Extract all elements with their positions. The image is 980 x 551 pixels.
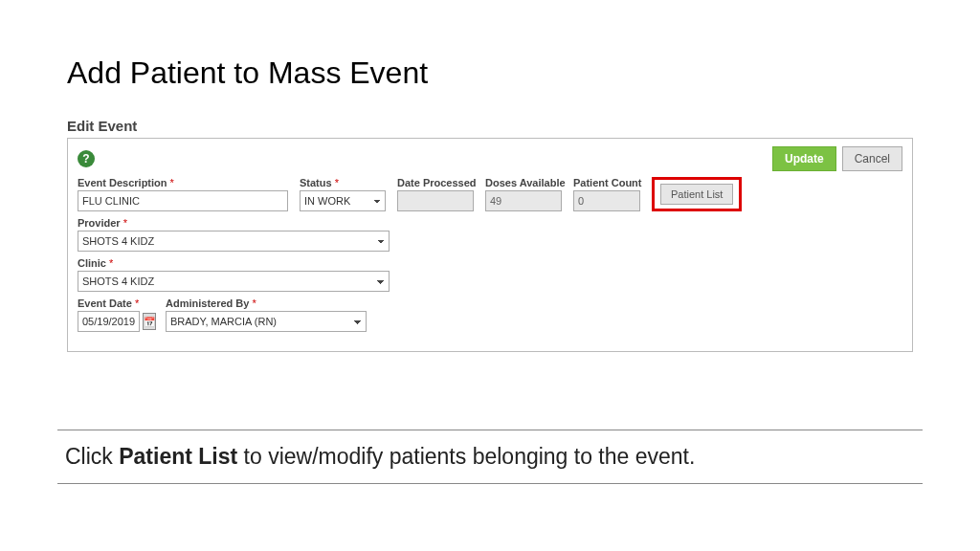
event-description-label: Event Description *	[78, 177, 288, 188]
event-date-input[interactable]	[78, 311, 140, 332]
event-description-input[interactable]	[78, 190, 288, 211]
instruction-callout: Click Patient List to view/modify patien…	[57, 430, 923, 484]
instruction-suffix: to view/modify patients belonging to the…	[237, 444, 695, 469]
patient-count-label: Patient Count	[573, 177, 640, 188]
edit-event-panel: ? Update Cancel Event Description * Stat…	[67, 138, 913, 352]
date-processed-label: Date Processed	[397, 177, 474, 188]
administered-by-label: Administered By *	[166, 298, 367, 309]
clinic-select[interactable]: SHOTS 4 KIDZ	[78, 271, 390, 292]
patient-list-highlight: Patient List	[652, 177, 742, 211]
doses-available-label: Doses Available	[485, 177, 562, 188]
instruction-bold: Patient List	[119, 444, 237, 469]
patient-list-button[interactable]: Patient List	[660, 184, 733, 205]
clinic-label: Clinic *	[78, 257, 390, 269]
date-processed-input	[397, 190, 474, 211]
update-button[interactable]: Update	[772, 146, 836, 171]
status-select[interactable]: IN WORK	[300, 190, 386, 211]
page-title: Add Patient to Mass Event	[67, 55, 913, 91]
cancel-button[interactable]: Cancel	[842, 146, 902, 171]
provider-select[interactable]: SHOTS 4 KIDZ	[78, 231, 390, 252]
status-label: Status *	[300, 177, 386, 188]
help-icon[interactable]: ?	[78, 150, 95, 167]
event-date-label: Event Date *	[78, 298, 154, 309]
calendar-icon[interactable]: 📅	[143, 313, 156, 330]
instruction-prefix: Click	[65, 444, 119, 469]
provider-label: Provider *	[78, 217, 390, 229]
doses-available-input	[485, 190, 562, 211]
form-heading: Edit Event	[67, 118, 913, 134]
patient-count-input	[573, 190, 640, 211]
administered-by-select[interactable]: BRADY, MARCIA (RN)	[166, 311, 367, 332]
